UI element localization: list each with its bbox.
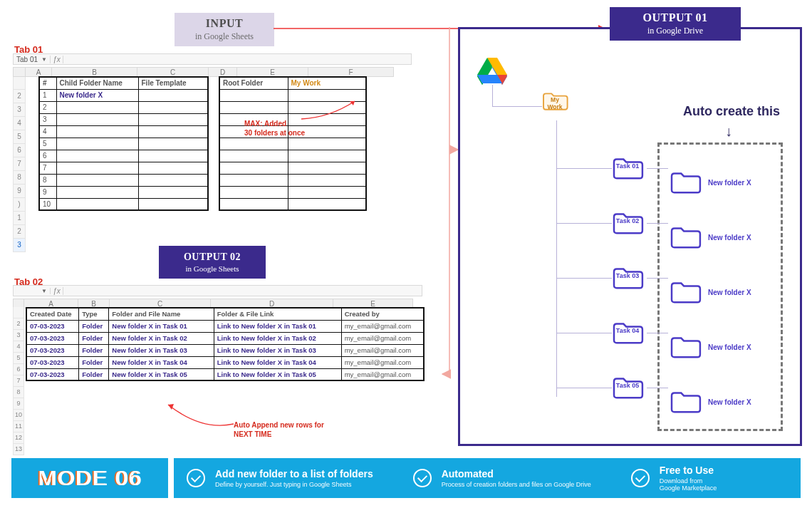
badge-input: INPUT in Google Sheets xyxy=(175,13,274,46)
check-icon xyxy=(187,469,205,487)
badge-output1-sub: in Google Drive xyxy=(623,26,728,36)
note-max-folders: MAX: Added 30 folders at once xyxy=(244,119,305,138)
folder-newx-1 xyxy=(669,168,702,195)
name-box: Tab 01 xyxy=(16,56,38,63)
sheet1-col-headers: A BC DE F xyxy=(13,67,415,77)
badge-output2: OUTPUT 02 in Google Sheets xyxy=(159,246,266,279)
note-arrow-2 xyxy=(162,399,241,435)
formula-bar[interactable]: Tab 01▼ ƒx xyxy=(13,53,412,65)
google-drive-icon-overlay xyxy=(477,58,507,85)
folder-task-05: Task 05 xyxy=(611,373,644,400)
fx-icon: ƒx xyxy=(51,287,63,295)
caret-icon[interactable]: ▼ xyxy=(41,288,47,294)
folder-newx-4 xyxy=(669,333,702,360)
folder-task-01: Task 01 xyxy=(611,154,644,181)
label-newx-3: New folder X xyxy=(708,289,751,296)
down-arrow-icon: ↓ xyxy=(725,123,732,140)
folder-newx-2 xyxy=(669,223,702,250)
sheet2-row-headers: 2345678910111213 xyxy=(13,307,24,455)
folder-newx-3 xyxy=(669,278,702,305)
folder-newx-5 xyxy=(669,388,702,415)
folder-task-04: Task 04 xyxy=(611,318,644,346)
label-newx-1: New folder X xyxy=(708,179,751,187)
sheet2: ▼ ƒx A BC DE 2345678910111213 Created Da… xyxy=(13,285,440,309)
sheet2-log-table[interactable]: Created DateType Folder and File NameFol… xyxy=(26,307,425,381)
badge-output2-title: OUTPUT 02 xyxy=(169,252,256,263)
badge-output2-sub: in Google Sheets xyxy=(169,264,256,273)
folder-task-02: Task 02 xyxy=(611,209,644,236)
sheet1-row-headers: 23456789)123 xyxy=(13,77,26,252)
formula-bar-2[interactable]: ▼ ƒx xyxy=(13,285,422,296)
note-auto-append: Auto Append new rows for NEXT TIME xyxy=(234,420,324,439)
sheet1-right-table[interactable]: Root FolderMy Work xyxy=(219,76,367,211)
badge-output1: OUTPUT 01 in Google Drive xyxy=(610,7,741,41)
fx-icon: ƒx xyxy=(51,56,63,63)
cell-new-folder[interactable]: New folder X xyxy=(56,89,138,101)
label-newx-5: New folder X xyxy=(708,398,751,406)
label-newx-2: New folder X xyxy=(708,234,751,242)
folder-root: My Work xyxy=(541,89,569,112)
sheet1-left-table[interactable]: #Child Folder NameFile Template 1New fol… xyxy=(38,76,209,211)
label-newx-4: New folder X xyxy=(708,343,751,351)
badge-output1-title: OUTPUT 01 xyxy=(623,11,728,24)
mode-badge: MODE 06 xyxy=(11,458,168,498)
sheet1: Tab 01▼ ƒx A BC DE F 23456789)123 #Child… xyxy=(13,53,415,77)
footer-bar: MODE 06 Add new folder to a list of fold… xyxy=(11,458,801,498)
folder-task-03: Task 03 xyxy=(611,264,644,291)
auto-create-title: Auto create this xyxy=(683,104,780,119)
badge-input-title: INPUT xyxy=(187,17,261,30)
drive-panel: Auto create this ↓ My Work Task 01 Task … xyxy=(458,27,802,446)
check-icon xyxy=(413,469,432,487)
feature-1: Add new folder to a list of foldersDefin… xyxy=(174,458,801,498)
badge-input-sub: in Google Sheets xyxy=(187,31,261,42)
check-icon xyxy=(631,469,650,487)
caret-icon[interactable]: ▼ xyxy=(41,56,47,63)
